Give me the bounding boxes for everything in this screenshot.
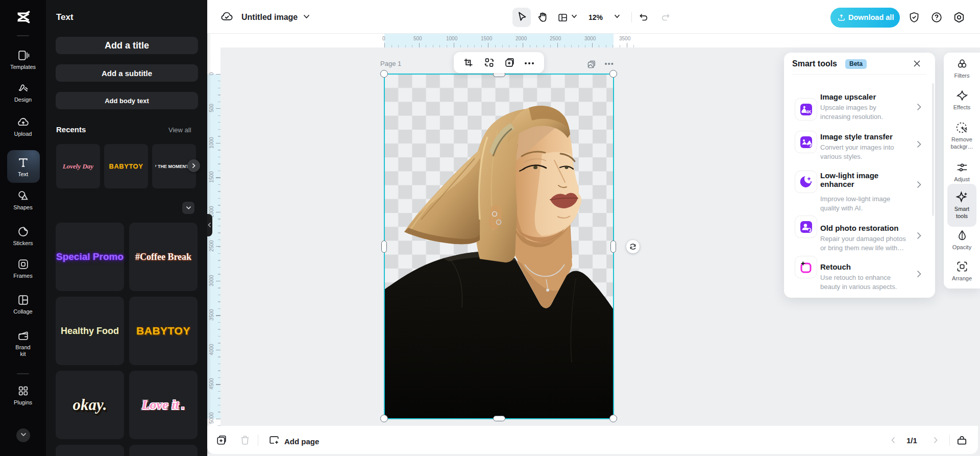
svg-text:4K: 4K <box>805 109 812 114</box>
